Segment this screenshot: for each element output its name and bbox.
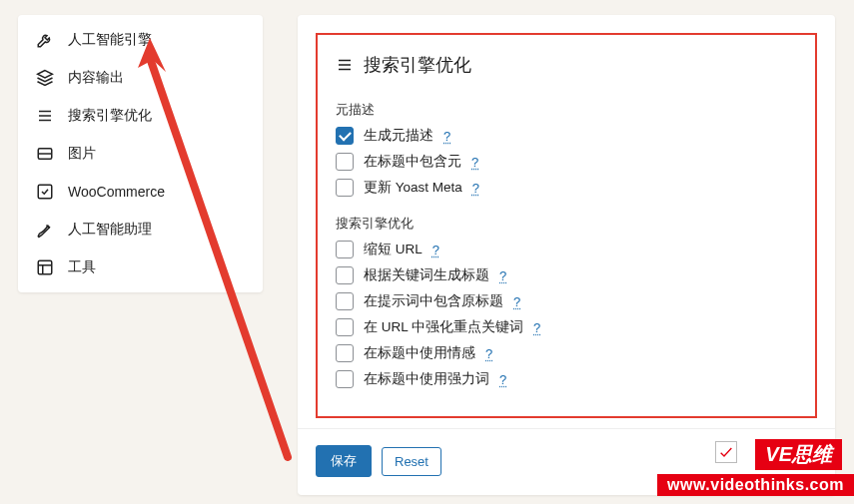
sidebar-item-label: 工具 bbox=[68, 258, 96, 276]
help-icon[interactable]: ? bbox=[472, 181, 479, 196]
panel-title: 搜索引擎优化 bbox=[364, 53, 471, 77]
watermark-check-icon bbox=[715, 441, 737, 463]
sidebar-item-label: 内容输出 bbox=[68, 69, 124, 87]
meta-description-group: 元描述 生成元描述 ? 在标题中包含元 ? 更新 Yoast Meta ? bbox=[336, 101, 797, 197]
option-emotion-in-title[interactable]: 在标题中使用情感 ? bbox=[336, 344, 797, 362]
help-icon[interactable]: ? bbox=[499, 372, 506, 387]
checkbox[interactable] bbox=[336, 153, 354, 171]
seo-panel: 搜索引擎优化 元描述 生成元描述 ? 在标题中包含元 ? 更新 Yoast Me… bbox=[298, 15, 835, 495]
save-button[interactable]: 保存 bbox=[316, 445, 372, 477]
option-label: 在提示词中包含原标题 bbox=[364, 292, 503, 310]
checkbox[interactable] bbox=[336, 292, 354, 310]
checkbox[interactable] bbox=[336, 127, 354, 145]
sidebar: 人工智能引擎 内容输出 搜索引擎优化 图片 WooCommerce 人工智能助理 bbox=[18, 15, 263, 292]
panel-header: 搜索引擎优化 bbox=[336, 53, 797, 77]
image-icon bbox=[36, 145, 54, 163]
watermark-url: www.videothinks.com bbox=[657, 474, 854, 496]
sidebar-item-woocommerce[interactable]: WooCommerce bbox=[18, 173, 263, 211]
sidebar-item-image[interactable]: 图片 bbox=[18, 135, 263, 173]
sidebar-item-tools[interactable]: 工具 bbox=[18, 249, 263, 286]
option-include-original-title[interactable]: 在提示词中包含原标题 ? bbox=[336, 292, 797, 310]
sidebar-item-label: 人工智能引擎 bbox=[68, 31, 152, 49]
checkbox[interactable] bbox=[336, 241, 354, 258]
option-title-from-keywords[interactable]: 根据关键词生成标题 ? bbox=[336, 266, 797, 284]
help-icon[interactable]: ? bbox=[485, 346, 492, 361]
help-icon[interactable]: ? bbox=[432, 243, 439, 257]
checkbox[interactable] bbox=[336, 318, 354, 336]
checkbox[interactable] bbox=[336, 179, 354, 197]
svg-rect-6 bbox=[38, 185, 52, 199]
list-icon bbox=[336, 56, 354, 74]
option-label: 生成元描述 bbox=[364, 127, 433, 145]
option-label: 在标题中使用强力词 bbox=[364, 370, 489, 388]
option-label: 在 URL 中强化重点关键词 bbox=[364, 318, 523, 336]
sidebar-item-ai-assistant[interactable]: 人工智能助理 bbox=[18, 211, 263, 249]
option-focus-keyword-in-url[interactable]: 在 URL 中强化重点关键词 ? bbox=[336, 318, 797, 336]
help-icon[interactable]: ? bbox=[513, 294, 520, 309]
group-label: 搜索引擎优化 bbox=[336, 215, 797, 233]
option-label: 缩短 URL bbox=[364, 241, 423, 258]
option-label: 更新 Yoast Meta bbox=[364, 179, 462, 197]
pen-icon bbox=[36, 221, 54, 239]
option-power-words-in-title[interactable]: 在标题中使用强力词 ? bbox=[336, 370, 797, 388]
check-square-icon bbox=[36, 183, 54, 201]
help-icon[interactable]: ? bbox=[471, 155, 478, 170]
sidebar-item-ai-engine[interactable]: 人工智能引擎 bbox=[18, 21, 263, 59]
help-icon[interactable]: ? bbox=[533, 320, 540, 335]
option-label: 在标题中包含元 bbox=[364, 153, 461, 171]
sidebar-item-content-output[interactable]: 内容输出 bbox=[18, 59, 263, 97]
sidebar-item-label: WooCommerce bbox=[68, 184, 165, 200]
option-label: 根据关键词生成标题 bbox=[364, 266, 489, 284]
group-label: 元描述 bbox=[336, 101, 797, 119]
seo-group: 搜索引擎优化 缩短 URL ? 根据关键词生成标题 ? 在提示词中包含原标题 ?… bbox=[336, 215, 797, 388]
svg-marker-0 bbox=[38, 71, 53, 79]
svg-rect-7 bbox=[38, 260, 52, 274]
sidebar-item-label: 搜索引擎优化 bbox=[68, 107, 152, 125]
option-generate-meta[interactable]: 生成元描述 ? bbox=[336, 127, 797, 145]
watermark-brand-text: VE思维 bbox=[765, 441, 832, 468]
list-icon bbox=[36, 107, 54, 125]
sidebar-item-seo[interactable]: 搜索引擎优化 bbox=[18, 97, 263, 135]
checkbox[interactable] bbox=[336, 370, 354, 388]
option-update-yoast[interactable]: 更新 Yoast Meta ? bbox=[336, 179, 797, 197]
checkbox[interactable] bbox=[336, 266, 354, 284]
layers-icon bbox=[36, 69, 54, 87]
reset-button[interactable]: Reset bbox=[382, 447, 441, 476]
watermark-brand: VE思维 bbox=[755, 439, 842, 470]
checkbox[interactable] bbox=[336, 344, 354, 362]
sidebar-item-label: 图片 bbox=[68, 145, 96, 163]
option-label: 在标题中使用情感 bbox=[364, 344, 475, 362]
help-icon[interactable]: ? bbox=[443, 129, 450, 144]
help-icon[interactable]: ? bbox=[499, 268, 506, 283]
layout-icon bbox=[36, 258, 54, 276]
seo-highlight-box: 搜索引擎优化 元描述 生成元描述 ? 在标题中包含元 ? 更新 Yoast Me… bbox=[316, 33, 817, 418]
wrench-icon bbox=[36, 31, 54, 49]
option-shorten-url[interactable]: 缩短 URL ? bbox=[336, 241, 797, 258]
sidebar-item-label: 人工智能助理 bbox=[68, 221, 152, 239]
option-meta-in-title[interactable]: 在标题中包含元 ? bbox=[336, 153, 797, 171]
